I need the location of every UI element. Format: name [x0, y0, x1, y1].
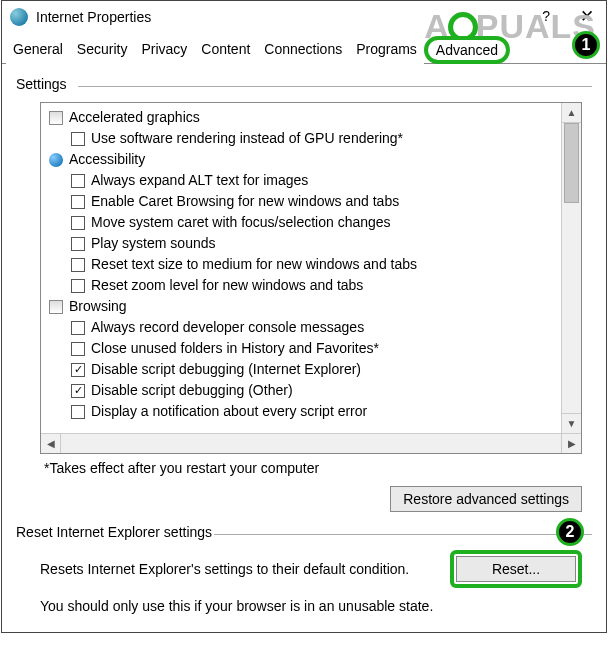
category-icon [49, 300, 63, 314]
scroll-down-icon[interactable]: ▼ [562, 413, 581, 433]
tab-strip: General Security Privacy Content Connect… [2, 35, 606, 64]
globe-icon [10, 8, 28, 26]
close-button[interactable]: ✕ [580, 6, 594, 27]
category-browsing: Browsing [49, 296, 581, 317]
checkbox[interactable] [71, 216, 85, 230]
checkbox[interactable] [71, 132, 85, 146]
reset-group-label: Reset Internet Explorer settings [16, 524, 592, 540]
tab-security[interactable]: Security [70, 36, 135, 64]
tab-connections[interactable]: Connections [257, 36, 349, 64]
settings-footnote: *Takes effect after you restart your com… [44, 460, 592, 476]
scroll-up-icon[interactable]: ▲ [562, 103, 581, 123]
scroll-right-icon[interactable]: ▶ [561, 434, 581, 453]
list-item[interactable]: Display a notification about every scrip… [49, 401, 581, 422]
scroll-thumb[interactable] [564, 123, 579, 203]
tab-programs[interactable]: Programs [349, 36, 424, 64]
list-item[interactable]: Play system sounds [49, 233, 581, 254]
checkbox[interactable] [71, 195, 85, 209]
list-item[interactable]: Reset zoom level for new windows and tab… [49, 275, 581, 296]
list-item[interactable]: Move system caret with focus/selection c… [49, 212, 581, 233]
reset-description: Resets Internet Explorer's settings to t… [40, 561, 436, 577]
checkbox[interactable] [71, 384, 85, 398]
tab-advanced[interactable]: Advanced [424, 36, 510, 64]
list-item[interactable]: Always record developer console messages [49, 317, 581, 338]
annotation-step-2: 2 [556, 518, 584, 546]
checkbox[interactable] [71, 174, 85, 188]
titlebar: Internet Properties ? ✕ [2, 1, 606, 33]
checkbox[interactable] [71, 321, 85, 335]
list-item[interactable]: Use software rendering instead of GPU re… [49, 128, 581, 149]
checkbox[interactable] [71, 342, 85, 356]
list-item[interactable]: Reset text size to medium for new window… [49, 254, 581, 275]
annotation-step-1: 1 [572, 31, 600, 59]
restore-advanced-settings-button[interactable]: Restore advanced settings [390, 486, 582, 512]
category-icon [49, 111, 63, 125]
list-item[interactable]: Enable Caret Browsing for new windows an… [49, 191, 581, 212]
checkbox[interactable] [71, 258, 85, 272]
checkbox[interactable] [71, 405, 85, 419]
settings-tree-items: Accelerated graphics Use software render… [41, 103, 581, 422]
horizontal-scrollbar[interactable]: ◀ ▶ [41, 433, 581, 453]
list-item[interactable]: Disable script debugging (Internet Explo… [49, 359, 581, 380]
reset-button[interactable]: Reset... [456, 556, 576, 582]
help-button[interactable]: ? [542, 8, 550, 24]
settings-tree[interactable]: Accelerated graphics Use software render… [40, 102, 582, 454]
category-accessibility: Accessibility [49, 149, 581, 170]
list-item[interactable]: Disable script debugging (Other) [49, 380, 581, 401]
list-item[interactable]: Close unused folders in History and Favo… [49, 338, 581, 359]
reset-warning: You should only use this if your browser… [40, 598, 582, 614]
settings-group-label: Settings [16, 76, 592, 92]
tab-general[interactable]: General [6, 36, 70, 64]
tab-privacy[interactable]: Privacy [134, 36, 194, 64]
category-accelerated-graphics: Accelerated graphics [49, 107, 581, 128]
checkbox[interactable] [71, 363, 85, 377]
reset-row: Resets Internet Explorer's settings to t… [40, 550, 582, 588]
tab-content-area: Settings Accelerated graphics Use softwa… [2, 64, 606, 632]
checkbox[interactable] [71, 237, 85, 251]
vertical-scrollbar[interactable]: ▲ ▼ [561, 103, 581, 433]
list-item[interactable]: Always expand ALT text for images [49, 170, 581, 191]
checkbox[interactable] [71, 279, 85, 293]
internet-properties-window: Internet Properties ? ✕ APUALS General S… [1, 0, 607, 633]
tab-content[interactable]: Content [194, 36, 257, 64]
globe-icon [49, 153, 63, 167]
window-title: Internet Properties [36, 9, 151, 25]
reset-button-highlight: Reset... 2 [450, 550, 582, 588]
scroll-left-icon[interactable]: ◀ [41, 434, 61, 453]
